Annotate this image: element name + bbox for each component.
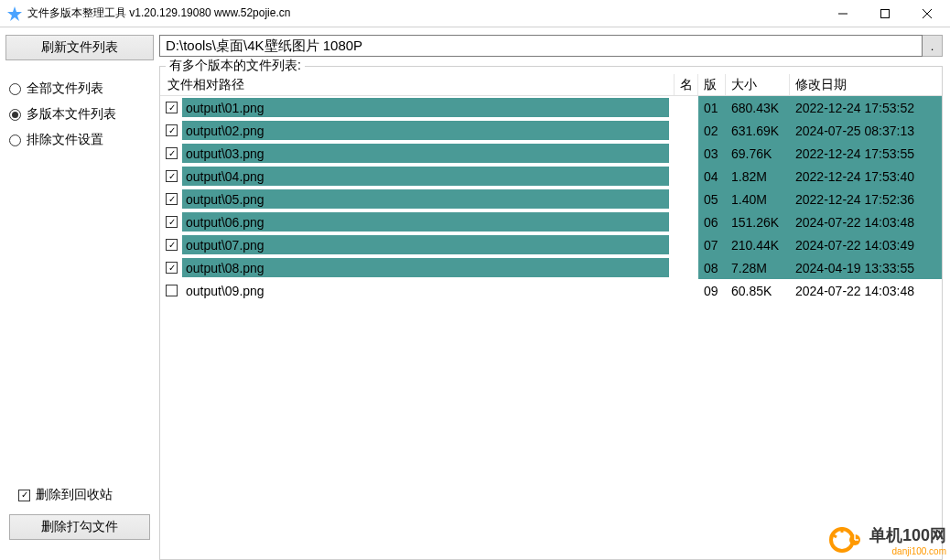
cell-size: 1.82M (726, 165, 790, 188)
cell-size: 7.28M (726, 256, 790, 279)
table-header: 文件相对路径 名 版 大小 修改日期 (160, 74, 942, 96)
recycle-label: 删除到回收站 (36, 487, 113, 503)
row-checkbox[interactable] (166, 262, 178, 274)
cell-version: 05 (698, 188, 726, 210)
file-list-group: 有多个版本的文件列表: 文件相对路径 名 版 大小 修改日期 output\01… (159, 66, 943, 560)
table-row[interactable]: output\09.png0960.85K2024-07-22 14:03:48 (160, 279, 942, 302)
cell-date: 2024-04-19 13:33:55 (790, 256, 942, 279)
cell-name (675, 142, 698, 165)
close-button[interactable] (906, 0, 948, 27)
cell-size: 69.76K (726, 142, 790, 165)
radio-label: 多版本文件列表 (27, 106, 116, 123)
cell-path: output\03.png (182, 144, 669, 163)
refresh-button[interactable]: 刷新文件列表 (5, 35, 154, 60)
group-label: 有多个版本的文件列表: (166, 58, 305, 74)
browse-button[interactable]: . (923, 35, 943, 57)
table-row[interactable]: output\05.png051.40M2022-12-24 17:52:36 (160, 188, 942, 210)
view-mode-radio[interactable]: 多版本文件列表 (9, 106, 150, 123)
cell-name (675, 279, 698, 302)
cell-name (675, 119, 698, 142)
table-body[interactable]: output\01.png01680.43K2022-12-24 17:53:5… (160, 96, 942, 559)
cell-path: output\01.png (182, 98, 669, 117)
cell-name (675, 233, 698, 256)
path-input[interactable] (159, 35, 923, 57)
view-mode-radio[interactable]: 全部文件列表 (9, 81, 150, 97)
header-name[interactable]: 名 (675, 74, 698, 95)
file-table: 文件相对路径 名 版 大小 修改日期 output\01.png01680.43… (160, 74, 942, 559)
cell-date: 2024-07-22 14:03:49 (790, 233, 942, 256)
cell-version: 07 (698, 233, 726, 256)
cell-name (675, 210, 698, 233)
cell-size: 680.43K (726, 96, 790, 119)
cell-path: output\06.png (182, 212, 669, 232)
cell-size: 631.69K (726, 119, 790, 142)
cell-size: 151.26K (726, 210, 790, 233)
window-controls (822, 0, 948, 27)
header-version[interactable]: 版 (698, 74, 726, 95)
table-row[interactable]: output\04.png041.82M2022-12-24 17:53:40 (160, 165, 942, 188)
titlebar: 文件多版本整理工具 v1.20.129.19080 www.52pojie.cn (0, 0, 950, 27)
cell-date: 2022-12-24 17:53:55 (790, 142, 942, 165)
cell-path: output\09.png (182, 282, 669, 300)
row-checkbox[interactable] (166, 239, 178, 251)
cell-size: 1.40M (726, 188, 790, 210)
recycle-checkbox[interactable]: 删除到回收站 (18, 487, 150, 503)
path-row: . (159, 35, 943, 57)
row-checkbox[interactable] (166, 193, 178, 205)
cell-version: 01 (698, 96, 726, 119)
row-checkbox[interactable] (166, 285, 178, 296)
table-row[interactable]: output\02.png02631.69K2024-07-25 08:37:1… (160, 119, 942, 142)
cell-version: 04 (698, 165, 726, 188)
header-date[interactable]: 修改日期 (790, 74, 942, 95)
header-path[interactable]: 文件相对路径 (160, 74, 675, 95)
radio-label: 排除文件设置 (27, 132, 103, 148)
radio-icon (9, 83, 21, 95)
checkbox-icon (18, 490, 30, 501)
cell-date: 2022-12-24 17:53:40 (790, 165, 942, 188)
cell-version: 06 (698, 210, 726, 233)
cell-version: 09 (698, 279, 726, 302)
sidebar: 刷新文件列表 全部文件列表多版本文件列表排除文件设置 删除到回收站 删除打勾文件 (0, 27, 159, 560)
cell-path: output\02.png (182, 121, 669, 140)
cell-date: 2022-12-24 17:52:36 (790, 188, 942, 210)
cell-date: 2024-07-22 14:03:48 (790, 279, 942, 302)
row-checkbox[interactable] (166, 216, 178, 228)
delete-checked-button[interactable]: 删除打勾文件 (9, 514, 150, 540)
row-checkbox[interactable] (166, 124, 178, 136)
radio-icon (9, 135, 21, 146)
minimize-button[interactable] (822, 0, 864, 27)
table-row[interactable]: output\03.png0369.76K2022-12-24 17:53:55 (160, 142, 942, 165)
cell-version: 03 (698, 142, 726, 165)
app-icon (7, 6, 22, 21)
row-checkbox[interactable] (166, 170, 178, 182)
radio-label: 全部文件列表 (27, 81, 103, 97)
cell-date: 2024-07-22 14:03:48 (790, 210, 942, 233)
svg-rect-2 (881, 10, 890, 18)
cell-path: output\04.png (182, 167, 669, 186)
svg-marker-0 (7, 6, 22, 21)
cell-path: output\07.png (182, 235, 669, 254)
cell-name (675, 188, 698, 210)
main-panel: . 有多个版本的文件列表: 文件相对路径 名 版 大小 修改日期 output\… (159, 27, 950, 560)
cell-date: 2022-12-24 17:53:52 (790, 96, 942, 119)
cell-version: 08 (698, 256, 726, 279)
radio-icon (9, 109, 21, 121)
content: 刷新文件列表 全部文件列表多版本文件列表排除文件设置 删除到回收站 删除打勾文件… (0, 27, 950, 560)
cell-size: 60.85K (726, 279, 790, 302)
cell-size: 210.44K (726, 233, 790, 256)
cell-name (675, 165, 698, 188)
table-row[interactable]: output\08.png087.28M2024-04-19 13:33:55 (160, 256, 942, 279)
row-checkbox[interactable] (166, 147, 178, 159)
table-row[interactable]: output\01.png01680.43K2022-12-24 17:53:5… (160, 96, 942, 119)
cell-version: 02 (698, 119, 726, 142)
maximize-button[interactable] (864, 0, 906, 27)
row-checkbox[interactable] (166, 102, 178, 113)
table-row[interactable]: output\07.png07210.44K2024-07-22 14:03:4… (160, 233, 942, 256)
header-size[interactable]: 大小 (726, 74, 790, 95)
table-row[interactable]: output\06.png06151.26K2024-07-22 14:03:4… (160, 210, 942, 233)
view-mode-group: 全部文件列表多版本文件列表排除文件设置 (5, 70, 154, 159)
view-mode-radio[interactable]: 排除文件设置 (9, 132, 150, 148)
window-title: 文件多版本整理工具 v1.20.129.19080 www.52pojie.cn (27, 5, 822, 21)
cell-name (675, 256, 698, 279)
sidebar-bottom: 删除到回收站 删除打勾文件 (5, 483, 154, 553)
